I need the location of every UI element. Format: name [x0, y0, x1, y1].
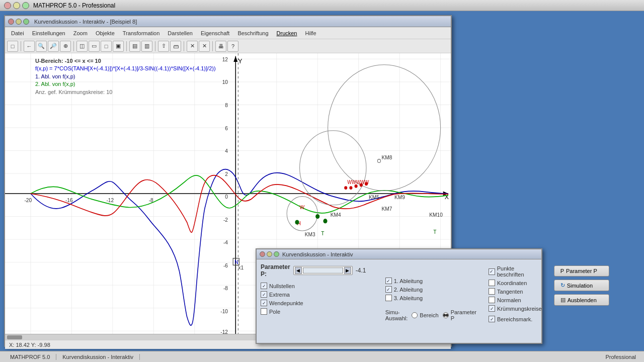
radio-param-label: Parameter P — [451, 309, 476, 321]
check-wendepunkte[interactable]: Wendepunkte — [261, 300, 373, 306]
svg-text:Y: Y — [238, 57, 242, 65]
check-extrema[interactable]: Extrema — [261, 291, 373, 298]
check-extrema-box[interactable] — [261, 291, 267, 298]
radio-bereich[interactable]: Bereich — [412, 312, 438, 318]
tool-table[interactable]: ▤ — [129, 41, 140, 52]
tool-box[interactable]: □ — [101, 41, 112, 52]
hscroll-thumb[interactable] — [7, 335, 22, 339]
svg-text:-6: -6 — [223, 262, 228, 268]
svg-point-69 — [295, 220, 299, 224]
close-button[interactable] — [4, 2, 11, 9]
graph-window-controls[interactable] — [8, 19, 29, 25]
menu-objekte[interactable]: Objekte — [92, 29, 119, 37]
menu-darstellen[interactable]: Darstellen — [164, 29, 197, 37]
svg-text:T: T — [433, 228, 437, 235]
tool-help[interactable]: ? — [227, 41, 238, 52]
ctrl-max-btn[interactable] — [274, 251, 279, 257]
graph-close-btn[interactable] — [8, 19, 14, 25]
window-controls[interactable] — [4, 2, 29, 9]
param-value: -4.1 — [356, 267, 373, 274]
check-abl3[interactable]: 3. Ableitung — [385, 295, 476, 301]
tool-grid[interactable]: ◫ — [76, 41, 88, 52]
check-wendepunkte-box[interactable] — [261, 300, 267, 306]
slider-container[interactable]: ◀ ▶ — [293, 266, 353, 275]
tool-zoom-in[interactable]: 🔍 — [36, 41, 47, 52]
menu-beschriftung[interactable]: Beschriftung — [233, 29, 272, 37]
svg-text:KM10: KM10 — [429, 211, 443, 218]
check-tangenten[interactable]: Tangenten — [489, 288, 542, 295]
ctrl-min-btn[interactable] — [267, 251, 272, 257]
radio-param-btn[interactable] — [443, 312, 449, 318]
check-kruemmungskreise[interactable]: Krümmungskreise — [489, 305, 542, 312]
main-content: Kurvendiskussion - Interaktiv - [Beispie… — [0, 11, 644, 362]
tool-zoom-fit[interactable]: ⊕ — [60, 41, 71, 52]
check-bereichsmark-box[interactable] — [489, 316, 495, 322]
ctrl-win-controls[interactable] — [260, 251, 279, 257]
svg-text:KM3: KM3 — [305, 231, 315, 238]
check-bereichsmark[interactable]: Bereichsmark. — [489, 316, 542, 322]
check-punkte-box[interactable] — [489, 268, 495, 275]
check-abl3-box[interactable] — [385, 295, 392, 301]
maximize-button[interactable] — [22, 2, 29, 9]
radio-bereich-btn[interactable] — [412, 312, 418, 318]
svg-text:-12: -12 — [106, 197, 114, 204]
check-abl2[interactable]: 2. Ableitung — [385, 286, 476, 293]
slider-track[interactable] — [303, 267, 343, 274]
minimize-button[interactable] — [13, 2, 20, 9]
tool-paper[interactable]: 🗃 — [170, 41, 181, 52]
radio-param[interactable]: Parameter P — [443, 309, 476, 321]
status-app-text: MATHPROF 5.0 — [10, 354, 50, 360]
check-pole[interactable]: Pole — [261, 308, 373, 315]
svg-text:8: 8 — [225, 102, 228, 109]
toolbar-sep-2 — [73, 41, 74, 51]
slider-right-arrow[interactable]: ▶ — [344, 267, 351, 274]
check-punkte-label: Punkte beschriften — [497, 265, 542, 278]
param-p-label: Parameter P — [566, 268, 597, 274]
ctrl-close-btn[interactable] — [260, 251, 265, 257]
check-koordinaten-box[interactable] — [489, 280, 495, 286]
tool-box2[interactable]: ▣ — [113, 41, 124, 52]
tool-zoom-out[interactable]: 🔎 — [48, 41, 59, 52]
tool-back[interactable]: ← — [24, 41, 35, 52]
param-p-button[interactable]: P Parameter P — [554, 265, 609, 277]
check-abl1[interactable]: 1. Ableitung — [385, 278, 476, 284]
tool-frame[interactable]: ▭ — [89, 41, 100, 52]
check-koordinaten[interactable]: Koordinaten — [489, 280, 542, 286]
check-kruemmungskreise-box[interactable] — [489, 305, 495, 312]
svg-text:12: 12 — [222, 56, 228, 62]
ctrl-title-bar: Kurvendiskussion - Interaktiv — [257, 249, 541, 259]
check-nullstellen[interactable]: Nullstellen — [261, 283, 373, 289]
check-normalen-box[interactable] — [489, 297, 495, 303]
svg-text:WWWWW: WWWWW — [347, 179, 369, 185]
check-abl1-box[interactable] — [385, 278, 392, 284]
tool-print[interactable]: 🖶 — [215, 41, 226, 52]
tool-export[interactable]: ▥ — [141, 41, 152, 52]
graph-max-btn[interactable] — [23, 19, 29, 25]
check-tangenten-box[interactable] — [489, 288, 495, 295]
check-group-left: Nullstellen Extrema Wendepunkte Pole — [261, 283, 373, 315]
menu-einstellungen[interactable]: Einstellungen — [28, 29, 69, 37]
check-pole-box[interactable] — [261, 308, 267, 315]
check-abl2-box[interactable] — [385, 286, 392, 293]
check-nullstellen-box[interactable] — [261, 283, 267, 289]
menu-transformation[interactable]: Transformation — [119, 29, 164, 37]
tool-select[interactable]: □ — [7, 41, 18, 52]
slider-left-arrow[interactable]: ◀ — [295, 267, 302, 274]
menu-drucken[interactable]: Drucken — [273, 29, 301, 37]
tool-close2[interactable]: ✕ — [199, 41, 210, 52]
status-edition: Professional — [601, 354, 640, 360]
simulation-button[interactable]: ↻ Simulation — [554, 280, 609, 291]
tool-close1[interactable]: ✕ — [187, 41, 198, 52]
menu-datei[interactable]: Datei — [7, 29, 28, 37]
check-normalen[interactable]: Normalen — [489, 297, 542, 303]
ausblenden-button[interactable]: ▤ Ausblenden — [554, 294, 609, 306]
svg-text:KM9: KM9 — [394, 194, 405, 201]
check-punkte-beschriften[interactable]: Punkte beschriften — [489, 265, 542, 278]
menu-eigenschaft[interactable]: Eigenschaft — [197, 29, 233, 37]
svg-text:KM8: KM8 — [382, 154, 392, 160]
menu-zoom[interactable]: Zoom — [69, 29, 92, 37]
menu-hilfe[interactable]: Hilfe — [301, 29, 320, 37]
graph-min-btn[interactable] — [16, 19, 22, 25]
check-abl1-label: 1. Ableitung — [394, 278, 423, 284]
tool-up[interactable]: ⇧ — [158, 41, 169, 52]
